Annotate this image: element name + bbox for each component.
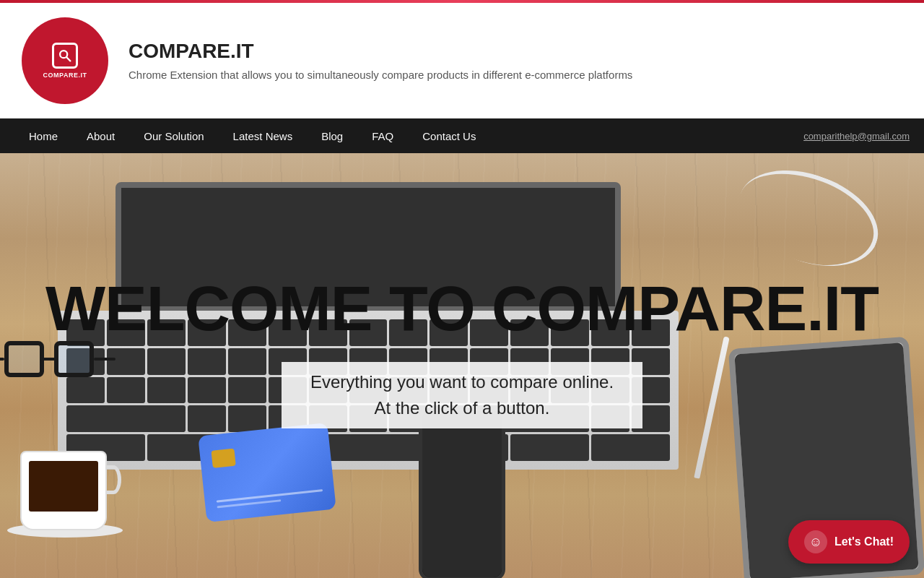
site-header: COMPARE.IT COMPARE.IT Chrome Extension t… — [0, 3, 924, 118]
logo-text-small: COMPARE.IT — [43, 72, 87, 79]
nav-email[interactable]: comparithelp@gmail.com — [803, 131, 910, 142]
nav-items: Home About Our Solution Latest News Blog… — [14, 118, 803, 153]
nav-item-latest-news[interactable]: Latest News — [219, 118, 308, 153]
nav-item-about[interactable]: About — [72, 118, 129, 153]
hero-subtitle-box: Everything you want to compare online. A… — [282, 362, 642, 428]
nav-item-our-solution[interactable]: Our Solution — [129, 118, 218, 153]
hero-subtitle-line1: Everything you want to compare online. — [310, 369, 614, 395]
svg-line-1 — [66, 57, 70, 61]
chat-label: Let's Chat! — [834, 535, 894, 548]
main-nav: Home About Our Solution Latest News Blog… — [0, 118, 924, 153]
chat-icon: ☺ — [804, 530, 827, 553]
site-title: COMPARE.IT — [128, 40, 632, 63]
hero-subtitle-line2: At the click of a button. — [310, 395, 614, 421]
nav-item-home[interactable]: Home — [14, 118, 72, 153]
nav-item-faq[interactable]: FAQ — [357, 118, 408, 153]
nav-item-contact-us[interactable]: Contact Us — [408, 118, 490, 153]
header-text: COMPARE.IT Chrome Extension that allows … — [128, 40, 632, 81]
hero-content: WELCOME TO COMPARE.IT Everything you wan… — [0, 153, 924, 578]
search-icon — [52, 43, 78, 69]
nav-item-blog[interactable]: Blog — [307, 118, 357, 153]
site-tagline: Chrome Extension that allows you to simu… — [128, 69, 632, 81]
hero-title: WELCOME TO COMPARE.IT — [45, 277, 879, 340]
hero-section: WELCOME TO COMPARE.IT Everything you wan… — [0, 153, 924, 578]
chat-button[interactable]: ☺ Let's Chat! — [788, 520, 910, 564]
logo[interactable]: COMPARE.IT — [22, 17, 108, 104]
